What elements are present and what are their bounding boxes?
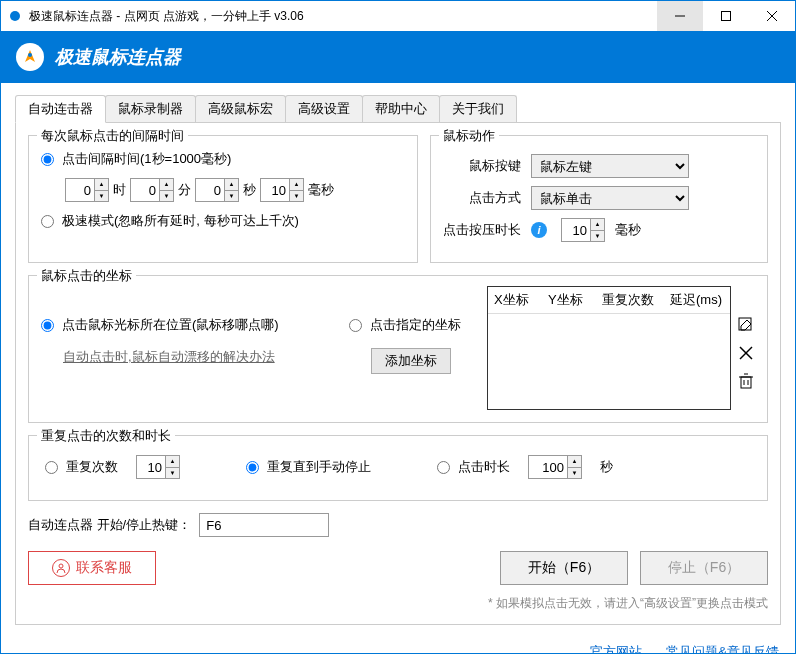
svg-point-15 [59, 564, 63, 568]
mouse-button-label: 鼠标按键 [443, 157, 521, 175]
sec-unit: 秒 [243, 181, 256, 199]
th-x: X坐标 [488, 287, 542, 313]
info-icon[interactable]: i [531, 222, 547, 238]
tab-auto-clicker[interactable]: 自动连击器 [15, 95, 106, 123]
press-unit: 毫秒 [615, 221, 641, 239]
radio-interval[interactable] [41, 153, 54, 166]
edit-coord-button[interactable] [737, 316, 755, 334]
tab-about[interactable]: 关于我们 [439, 95, 517, 122]
th-repeat: 重复次数 [596, 287, 664, 313]
hotkey-label: 自动连点器 开始/停止热键： [28, 516, 191, 534]
titlebar: 极速鼠标连点器 - 点网页 点游戏，一分钟上手 v3.06 [1, 1, 795, 31]
app-icon [7, 8, 23, 24]
action-fieldset: 鼠标动作 鼠标按键 鼠标左键 点击方式 鼠标单击 点击按压时长 i ▲▼ 毫秒 [430, 135, 768, 263]
hour-unit: 时 [113, 181, 126, 199]
duration-unit: 秒 [600, 458, 613, 476]
drift-help-link[interactable]: 自动点击时,鼠标自动漂移的解决办法 [63, 348, 275, 366]
close-button[interactable] [749, 1, 795, 31]
min-input[interactable]: ▲▼ [130, 178, 174, 202]
click-type-select[interactable]: 鼠标单击 [531, 186, 689, 210]
x-icon [739, 346, 753, 360]
rocket-icon [15, 42, 45, 72]
repeat-count-input[interactable]: ▲▼ [136, 455, 180, 479]
hour-up[interactable]: ▲ [95, 179, 108, 191]
tab-macro[interactable]: 高级鼠标宏 [195, 95, 286, 122]
hint-text: * 如果模拟点击无效，请进入“高级设置”更换点击模式 [28, 595, 768, 612]
radio-repeat-count-label[interactable]: 重复次数 [66, 458, 118, 476]
contact-button[interactable]: 联系客服 [28, 551, 156, 585]
radio-fixed-pos[interactable] [349, 319, 362, 332]
user-icon [52, 559, 70, 577]
hotkey-row: 自动连点器 开始/停止热键： [28, 513, 768, 537]
hotkey-input[interactable] [199, 513, 329, 537]
radio-fast[interactable] [41, 215, 54, 228]
tab-bar: 自动连击器 鼠标录制器 高级鼠标宏 高级设置 帮助中心 关于我们 [1, 83, 795, 122]
interval-legend: 每次鼠标点击的间隔时间 [37, 127, 188, 145]
tab-advanced[interactable]: 高级设置 [285, 95, 363, 122]
min-unit: 分 [178, 181, 191, 199]
remove-coord-button[interactable] [737, 344, 755, 362]
action-legend: 鼠标动作 [439, 127, 499, 145]
radio-interval-label[interactable]: 点击间隔时间(1秒=1000毫秒) [62, 150, 231, 168]
official-site-link[interactable]: 官方网站 [590, 643, 642, 654]
footer-links: 官方网站 常见问题&意见反馈 [1, 635, 795, 654]
delete-coord-button[interactable] [737, 372, 755, 390]
ms-unit: 毫秒 [308, 181, 334, 199]
interval-fieldset: 每次鼠标点击的间隔时间 点击间隔时间(1秒=1000毫秒) ▲▼ 时 ▲▼ 分 … [28, 135, 418, 263]
sec-input[interactable]: ▲▼ [195, 178, 239, 202]
add-coord-button[interactable]: 添加坐标 [371, 348, 451, 374]
radio-fast-label[interactable]: 极速模式(忽略所有延时, 每秒可达上千次) [62, 212, 299, 230]
svg-rect-10 [741, 377, 751, 388]
press-duration-input[interactable]: ▲▼ [561, 218, 605, 242]
window-title: 极速鼠标连点器 - 点网页 点游戏，一分钟上手 v3.06 [29, 8, 657, 25]
radio-cursor-label[interactable]: 点击鼠标光标所在位置(鼠标移哪点哪) [62, 316, 279, 334]
app-header: 极速鼠标连点器 [1, 31, 795, 83]
start-button[interactable]: 开始（F6） [500, 551, 628, 585]
hour-down[interactable]: ▼ [95, 191, 108, 202]
repeat-fieldset: 重复点击的次数和时长 重复次数 ▲▼ 重复直到手动停止 点击时长 ▲▼ 秒 [28, 435, 768, 501]
th-delay: 延迟(ms) [664, 287, 730, 313]
tab-recorder[interactable]: 鼠标录制器 [105, 95, 196, 122]
app-title: 极速鼠标连点器 [55, 45, 181, 69]
maximize-button[interactable] [703, 1, 749, 31]
minimize-icon [675, 11, 685, 21]
coords-table[interactable]: X坐标 Y坐标 重复次数 延迟(ms) [487, 286, 731, 410]
edit-icon [738, 317, 754, 333]
repeat-duration-input[interactable]: ▲▼ [528, 455, 582, 479]
radio-repeat-count[interactable] [45, 461, 58, 474]
minimize-button[interactable] [657, 1, 703, 31]
mouse-button-select[interactable]: 鼠标左键 [531, 154, 689, 178]
stop-button[interactable]: 停止（F6） [640, 551, 768, 585]
hour-input[interactable]: ▲▼ [65, 178, 109, 202]
feedback-link[interactable]: 常见问题&意见反馈 [666, 643, 779, 654]
radio-repeat-manual-label[interactable]: 重复直到手动停止 [267, 458, 371, 476]
maximize-icon [721, 11, 731, 21]
tab-help[interactable]: 帮助中心 [362, 95, 440, 122]
th-y: Y坐标 [542, 287, 596, 313]
radio-repeat-duration[interactable] [437, 461, 450, 474]
svg-point-0 [10, 11, 20, 21]
coords-legend: 鼠标点击的坐标 [37, 267, 136, 285]
ms-input[interactable]: ▲▼ [260, 178, 304, 202]
trash-icon [739, 373, 753, 389]
radio-fixed-label[interactable]: 点击指定的坐标 [370, 316, 461, 334]
press-duration-label: 点击按压时长 [443, 221, 521, 239]
repeat-legend: 重复点击的次数和时长 [37, 427, 175, 445]
radio-cursor-pos[interactable] [41, 319, 54, 332]
radio-repeat-manual[interactable] [246, 461, 259, 474]
click-type-label: 点击方式 [443, 189, 521, 207]
svg-point-6 [28, 53, 32, 57]
svg-rect-2 [722, 12, 731, 21]
tab-content: 每次鼠标点击的间隔时间 点击间隔时间(1秒=1000毫秒) ▲▼ 时 ▲▼ 分 … [15, 122, 781, 625]
close-icon [767, 11, 777, 21]
radio-repeat-duration-label[interactable]: 点击时长 [458, 458, 510, 476]
coords-fieldset: 鼠标点击的坐标 点击鼠标光标所在位置(鼠标移哪点哪) 自动点击时,鼠标自动漂移的… [28, 275, 768, 423]
